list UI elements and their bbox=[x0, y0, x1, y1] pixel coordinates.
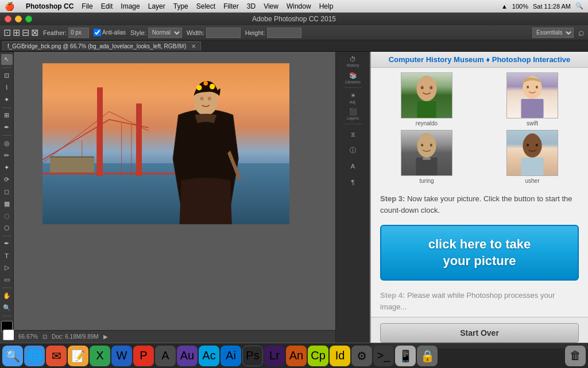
height-label: Height: bbox=[245, 29, 265, 36]
spotlight-icon[interactable]: 🔍 bbox=[575, 2, 583, 10]
pen-tool[interactable]: ✒ bbox=[1, 239, 13, 250]
layers-panel-icon[interactable]: ⬛ Layers bbox=[343, 106, 363, 121]
ps-title-bar: Adobe Photoshop CC 2015 bbox=[0, 13, 588, 25]
dock-mail[interactable]: ✉ bbox=[46, 346, 67, 366]
portrait-cell-turing[interactable]: turing bbox=[376, 130, 478, 184]
marquee-add-icon: ⊞ bbox=[13, 27, 20, 38]
dock-word[interactable]: W bbox=[111, 346, 132, 366]
portrait-image-swift[interactable] bbox=[506, 72, 558, 118]
dock-system-prefs[interactable]: ⚙ bbox=[351, 346, 372, 366]
zoom-button[interactable] bbox=[25, 16, 32, 22]
gradient-tool[interactable]: ▦ bbox=[1, 198, 13, 209]
marquee-tool[interactable]: ⊡ bbox=[1, 70, 13, 81]
eyedropper-tool[interactable]: ✒ bbox=[1, 122, 13, 133]
move-tool[interactable]: ↖ bbox=[1, 54, 13, 65]
crop-tool[interactable]: ⊞ bbox=[1, 110, 13, 121]
menu-layer[interactable]: Layer bbox=[148, 2, 165, 10]
tab-close-icon[interactable]: ✕ bbox=[191, 43, 196, 49]
anti-alias-label[interactable]: Anti-alias bbox=[94, 29, 126, 36]
nav-arrow-right[interactable]: ▶ bbox=[103, 334, 108, 340]
hand-tool[interactable]: ✋ bbox=[1, 290, 13, 301]
anti-alias-checkbox[interactable] bbox=[94, 29, 101, 36]
portrait-cell-usher[interactable]: usher bbox=[481, 130, 583, 184]
menu-image[interactable]: Image bbox=[121, 2, 140, 10]
dock-lightroom[interactable]: Lr bbox=[264, 346, 285, 366]
dock-illustrator[interactable]: Ai bbox=[220, 346, 241, 366]
portrait-cell-reynaldo[interactable]: reynaldo bbox=[376, 72, 478, 126]
dock-bar: 🔍 🌐 ✉ 📝 X W P A Au Ac Ai Ps Lr An Cp Id … bbox=[0, 343, 588, 368]
apple-menu[interactable]: 🍎 bbox=[5, 2, 14, 11]
zoom-tool[interactable]: 🔍 bbox=[1, 302, 13, 313]
app-name-menu[interactable]: Photoshop CC bbox=[26, 2, 74, 10]
dock-indesign[interactable]: Id bbox=[330, 346, 350, 366]
adjustments-panel-icon[interactable]: ☀ Adj. bbox=[343, 90, 363, 105]
dock-acrobat[interactable]: Ac bbox=[199, 346, 219, 366]
fort-element bbox=[50, 156, 94, 172]
history-panel-icon[interactable]: ⏱ History bbox=[343, 54, 363, 69]
info-panel-icon[interactable]: ⓘ bbox=[343, 143, 363, 158]
history-brush-tool[interactable]: ⟳ bbox=[1, 174, 13, 185]
menu-3d[interactable]: 3D bbox=[247, 2, 256, 10]
start-over-label: Start Over bbox=[460, 328, 499, 338]
search-icon[interactable]: ⌕ bbox=[578, 26, 585, 39]
lasso-tool[interactable]: ⌇ bbox=[1, 82, 13, 93]
healing-brush-tool[interactable]: ◎ bbox=[1, 138, 13, 149]
portrait-image-reynaldo[interactable] bbox=[401, 72, 452, 118]
canvas-area[interactable]: 66.67% ⊡ Doc: 6.18M/9.89M ▶ bbox=[14, 52, 335, 343]
dock-notes[interactable]: 📝 bbox=[68, 346, 88, 366]
menu-type[interactable]: Type bbox=[173, 2, 188, 10]
menu-file[interactable]: File bbox=[82, 2, 92, 10]
character-panel-icon[interactable]: A bbox=[343, 159, 363, 174]
main-workspace: ↖ ⊡ ⌇ ✦ ⊞ ✒ ◎ ✏ ✦ ⟳ ◻ ▦ ◌ ⬡ ✒ T ▷ ▭ ✋ 🔍 bbox=[0, 52, 588, 343]
brush-tool[interactable]: ✏ bbox=[1, 150, 13, 161]
paragraph-panel-icon[interactable]: ¶ bbox=[343, 175, 363, 190]
shape-tool[interactable]: ▭ bbox=[1, 274, 13, 285]
dock-audition[interactable]: Au bbox=[177, 346, 198, 366]
start-over-button[interactable]: Start Over bbox=[380, 323, 579, 343]
dock-terminal[interactable]: >_ bbox=[373, 346, 394, 366]
menu-view[interactable]: View bbox=[264, 2, 278, 10]
background-color[interactable] bbox=[3, 329, 14, 340]
menu-edit[interactable]: Edit bbox=[101, 2, 113, 10]
blur-tool[interactable]: ◌ bbox=[1, 210, 13, 221]
dodge-tool[interactable]: ⬡ bbox=[1, 223, 13, 233]
menu-filter[interactable]: Filter bbox=[223, 2, 239, 10]
click-picture-button[interactable]: click here to takeyour picture bbox=[380, 225, 579, 281]
dock-iphone[interactable]: 📱 bbox=[395, 346, 416, 366]
dock-trash[interactable]: 🗑 bbox=[565, 346, 586, 366]
dock-chrome[interactable]: 🌐 bbox=[24, 346, 45, 366]
panel-sep-1 bbox=[344, 87, 362, 88]
clone-stamp-tool[interactable]: ✦ bbox=[1, 162, 13, 173]
portrait-cell-swift[interactable]: swift bbox=[481, 72, 583, 126]
dock-photoshop[interactable]: Ps bbox=[242, 346, 263, 366]
document-tab[interactable]: f_GGBridge_bck.png @ 66.7% (bg_ada_lovel… bbox=[2, 41, 201, 51]
feather-label: Feather: bbox=[43, 29, 67, 36]
dock-finder[interactable]: 🔍 bbox=[2, 346, 23, 366]
close-button[interactable] bbox=[5, 16, 11, 22]
dock-excel[interactable]: X bbox=[90, 346, 110, 366]
type-tool[interactable]: T bbox=[1, 250, 13, 261]
feather-input[interactable] bbox=[68, 28, 89, 38]
style-select[interactable]: Normal bbox=[148, 28, 182, 38]
minimize-button[interactable] bbox=[15, 16, 22, 22]
libraries-panel-icon[interactable]: 📚 Libraries bbox=[343, 70, 363, 85]
portrait-image-turing[interactable] bbox=[401, 130, 452, 176]
dock-appstore[interactable]: A bbox=[155, 346, 176, 366]
zoom-level: 66.67% bbox=[18, 334, 38, 340]
navigator-panel-icon[interactable]: ⧖ bbox=[343, 126, 363, 141]
dock-captivate[interactable]: Cp bbox=[308, 346, 328, 366]
dock-pp[interactable]: P bbox=[133, 346, 154, 366]
menu-select[interactable]: Select bbox=[196, 2, 215, 10]
menu-help[interactable]: Help bbox=[319, 2, 334, 10]
svg-point-31 bbox=[536, 144, 538, 147]
workspace-select[interactable]: Essentials bbox=[532, 28, 574, 38]
width-input[interactable] bbox=[206, 28, 241, 38]
dock-security[interactable]: 🔒 bbox=[417, 346, 438, 366]
menu-window[interactable]: Window bbox=[287, 2, 311, 10]
height-input[interactable] bbox=[267, 28, 301, 38]
eraser-tool[interactable]: ◻ bbox=[1, 186, 13, 197]
path-tool[interactable]: ▷ bbox=[1, 262, 13, 273]
magic-wand-tool[interactable]: ✦ bbox=[1, 94, 13, 105]
portrait-image-usher[interactable] bbox=[506, 130, 558, 176]
dock-animate[interactable]: An bbox=[286, 346, 307, 366]
